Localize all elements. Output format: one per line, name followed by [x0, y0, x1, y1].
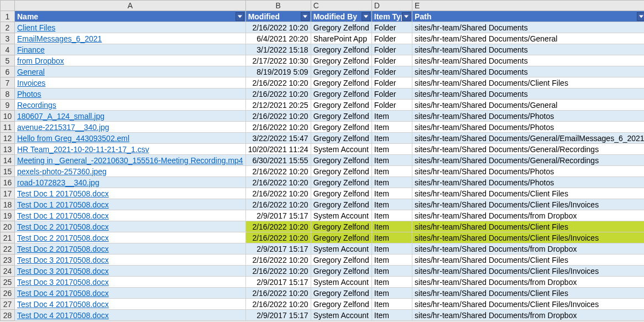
- item-link[interactable]: General: [17, 67, 45, 76]
- cell-modified[interactable]: 2/12/2021 20:25: [245, 100, 311, 111]
- row-header-8[interactable]: 8: [1, 89, 15, 100]
- cell-path[interactable]: sites/hr-team/Shared Documents/Client Fi…: [412, 299, 644, 310]
- cell-path[interactable]: sites/hr-team/Shared Documents/from Drop…: [412, 277, 644, 288]
- cell-itemtype[interactable]: Item: [371, 122, 412, 133]
- cell-modifiedby[interactable]: System Account: [311, 210, 371, 221]
- item-link[interactable]: Client Files: [17, 23, 55, 32]
- cell-itemtype[interactable]: Item: [371, 155, 412, 166]
- cell-modifiedby[interactable]: Gregory Zelfond: [311, 299, 371, 310]
- cell-itemtype[interactable]: Folder: [371, 89, 412, 100]
- cell-name[interactable]: Test Doc 3 20170508.docx: [15, 255, 246, 266]
- cell-itemtype[interactable]: Folder: [371, 33, 412, 44]
- select-all-corner[interactable]: [1, 1, 15, 11]
- row-header-15[interactable]: 15: [1, 166, 15, 177]
- cell-itemtype[interactable]: Folder: [371, 66, 412, 77]
- item-link[interactable]: avenue-2215317__340.jpg: [17, 123, 109, 132]
- cell-itemtype[interactable]: Folder: [371, 22, 412, 33]
- filter-button-itemtype[interactable]: [402, 12, 411, 21]
- row-header-12[interactable]: 12: [1, 133, 15, 144]
- cell-modified[interactable]: 8/19/2019 5:09: [245, 66, 311, 77]
- header-path[interactable]: Path: [412, 11, 644, 22]
- cell-name[interactable]: from Dropbox: [15, 55, 246, 66]
- row-header-3[interactable]: 3: [1, 33, 15, 44]
- cell-modified[interactable]: 2/16/2022 10:20: [245, 177, 311, 188]
- item-link[interactable]: Test Doc 2 20170508.docx: [17, 222, 109, 231]
- cell-itemtype[interactable]: Item: [371, 166, 412, 177]
- row-header-4[interactable]: 4: [1, 44, 15, 55]
- cell-itemtype[interactable]: Item: [371, 299, 412, 310]
- item-link[interactable]: Photos: [17, 90, 41, 98]
- cell-path[interactable]: sites/hr-team/Shared Documents/Client Fi…: [412, 288, 644, 299]
- row-header-14[interactable]: 14: [1, 155, 15, 166]
- cell-name[interactable]: Hello from Greg_443093502.eml: [15, 133, 246, 144]
- row-header-1[interactable]: 1: [1, 11, 15, 22]
- cell-path[interactable]: sites/hr-team/Shared Documents: [412, 22, 644, 33]
- cell-modifiedby[interactable]: Gregory Zelfond: [311, 133, 371, 144]
- row-header-28[interactable]: 28: [1, 310, 15, 321]
- item-link[interactable]: Test Doc 2 20170508.docx: [17, 245, 109, 253]
- cell-modified[interactable]: 3/22/2022 15:47: [245, 133, 311, 144]
- cell-itemtype[interactable]: Item: [371, 144, 412, 155]
- cell-modifiedby[interactable]: Gregory Zelfond: [311, 288, 371, 299]
- item-link[interactable]: Test Doc 4 20170508.docx: [17, 311, 109, 320]
- cell-name[interactable]: Test Doc 1 20170508.docx: [15, 199, 246, 210]
- row-header-9[interactable]: 9: [1, 100, 15, 111]
- item-link[interactable]: Test Doc 1 20170508.docx: [17, 200, 109, 209]
- row-header-10[interactable]: 10: [1, 111, 15, 122]
- cell-itemtype[interactable]: Item: [371, 288, 412, 299]
- cell-modified[interactable]: 2/16/2022 10:20: [245, 299, 311, 310]
- cell-modified[interactable]: 2/17/2022 10:30: [245, 55, 311, 66]
- cell-name[interactable]: Recordings: [15, 100, 246, 111]
- cell-itemtype[interactable]: Item: [371, 266, 412, 277]
- item-link[interactable]: Finance: [17, 45, 45, 54]
- cell-path[interactable]: sites/hr-team/Shared Documents/Photos: [412, 177, 644, 188]
- cell-itemtype[interactable]: Folder: [371, 77, 412, 89]
- cell-modified[interactable]: 2/16/2022 10:20: [245, 166, 311, 177]
- cell-modifiedby[interactable]: System Account: [311, 310, 371, 321]
- cell-name[interactable]: Test Doc 1 20170508.docx: [15, 188, 246, 199]
- item-link[interactable]: Hello from Greg_443093502.eml: [17, 134, 129, 143]
- cell-name[interactable]: Meeting in _General_-20210630_155516-Mee…: [15, 155, 246, 166]
- cell-modified[interactable]: 2/16/2022 10:20: [245, 255, 311, 266]
- filter-button-modified[interactable]: [301, 12, 310, 21]
- item-link[interactable]: Test Doc 4 20170508.docx: [17, 289, 109, 298]
- col-header-D[interactable]: D: [371, 1, 412, 11]
- cell-itemtype[interactable]: Item: [371, 111, 412, 122]
- cell-modifiedby[interactable]: System Account: [311, 243, 371, 255]
- cell-name[interactable]: Test Doc 2 20170508.docx: [15, 243, 246, 255]
- item-link[interactable]: Test Doc 3 20170508.docx: [17, 267, 109, 276]
- cell-modified[interactable]: 2/16/2022 10:20: [245, 22, 311, 33]
- row-header-13[interactable]: 13: [1, 144, 15, 155]
- item-link[interactable]: Test Doc 4 20170508.docx: [17, 300, 109, 309]
- item-link[interactable]: Test Doc 3 20170508.docx: [17, 278, 109, 287]
- cell-path[interactable]: sites/hr-team/Shared Documents/General/E…: [412, 133, 644, 144]
- cell-modifiedby[interactable]: Gregory Zelfond: [311, 44, 371, 55]
- col-header-B[interactable]: B: [245, 1, 311, 11]
- cell-path[interactable]: sites/hr-team/Shared Documents: [412, 89, 644, 100]
- cell-name[interactable]: Test Doc 3 20170508.docx: [15, 266, 246, 277]
- cell-modifiedby[interactable]: Gregory Zelfond: [311, 232, 371, 243]
- cell-modified[interactable]: 2/16/2022 10:20: [245, 221, 311, 232]
- cell-modifiedby[interactable]: Gregory Zelfond: [311, 188, 371, 199]
- cell-itemtype[interactable]: Item: [371, 277, 412, 288]
- cell-modifiedby[interactable]: Gregory Zelfond: [311, 22, 371, 33]
- spreadsheet-grid[interactable]: A B C D E 1 Name Modified Modified By It…: [0, 0, 644, 321]
- row-header-23[interactable]: 23: [1, 255, 15, 266]
- cell-modified[interactable]: 2/9/2017 15:17: [245, 277, 311, 288]
- cell-name[interactable]: Test Doc 2 20170508.docx: [15, 232, 246, 243]
- cell-path[interactable]: sites/hr-team/Shared Documents: [412, 44, 644, 55]
- cell-modifiedby[interactable]: Gregory Zelfond: [311, 55, 371, 66]
- cell-name[interactable]: Test Doc 4 20170508.docx: [15, 310, 246, 321]
- cell-modifiedby[interactable]: Gregory Zelfond: [311, 266, 371, 277]
- row-header-20[interactable]: 20: [1, 221, 15, 232]
- cell-path[interactable]: sites/hr-team/Shared Documents/General/R…: [412, 155, 644, 166]
- cell-name[interactable]: General: [15, 66, 246, 77]
- cell-modifiedby[interactable]: Gregory Zelfond: [311, 221, 371, 232]
- row-header-21[interactable]: 21: [1, 232, 15, 243]
- filter-button-name[interactable]: [235, 12, 244, 21]
- cell-itemtype[interactable]: Folder: [371, 44, 412, 55]
- cell-itemtype[interactable]: Item: [371, 255, 412, 266]
- header-modified[interactable]: Modified: [245, 11, 311, 22]
- cell-itemtype[interactable]: Folder: [371, 100, 412, 111]
- item-link[interactable]: 180607_A_124_small.jpg: [17, 112, 104, 121]
